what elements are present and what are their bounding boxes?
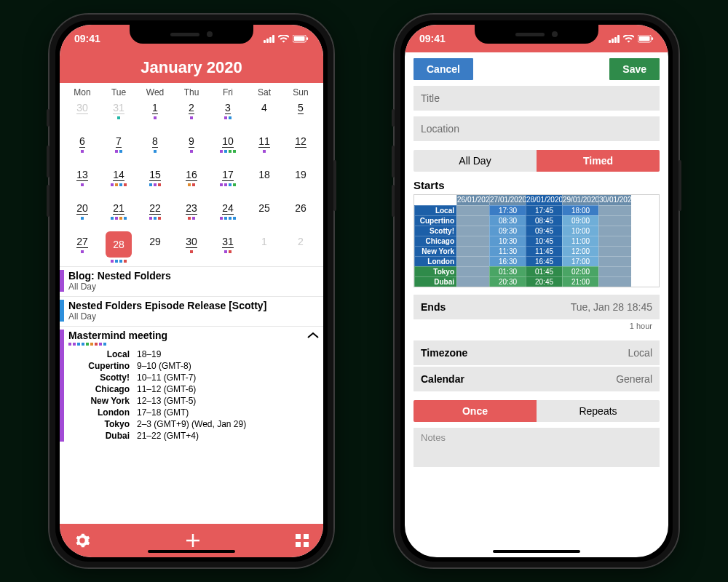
timezone-row[interactable]: Timezone Local: [414, 340, 660, 365]
day-cell[interactable]: 1: [137, 99, 173, 129]
month-grid[interactable]: 3031123456789101112131415161718192021222…: [60, 99, 323, 263]
day-cell[interactable]: 12: [282, 132, 319, 163]
grid-view-icon[interactable]: [296, 534, 309, 547]
add-button[interactable]: [184, 532, 202, 549]
seg-timed[interactable]: Timed: [537, 150, 660, 172]
notes-field[interactable]: Notes: [414, 428, 660, 467]
wifi-icon: [623, 35, 634, 43]
day-cell[interactable]: 25: [246, 199, 282, 230]
duration-label: 1 hour: [414, 319, 660, 330]
event-row[interactable]: Nested Folders Episode Release [Scotty] …: [60, 296, 323, 326]
day-cell[interactable]: 22: [137, 199, 173, 230]
seg-repeats[interactable]: Repeats: [537, 400, 660, 422]
day-cell[interactable]: 30: [64, 99, 100, 129]
day-cell[interactable]: 8: [137, 132, 173, 163]
starts-label: Starts: [414, 179, 660, 191]
day-cell[interactable]: 17: [210, 166, 246, 196]
day-cell[interactable]: 24: [210, 199, 246, 230]
day-cell[interactable]: 27: [64, 233, 100, 263]
calendar-row[interactable]: Calendar General: [414, 367, 660, 391]
day-cell[interactable]: 2: [173, 99, 210, 129]
phone-event-editor: 09:41 Cancel Save Title Location All Day…: [393, 13, 680, 569]
day-cell[interactable]: 9: [173, 132, 210, 163]
status-time: 09:41: [74, 33, 100, 44]
day-cell[interactable]: 16: [173, 166, 210, 196]
day-cell[interactable]: 5: [282, 99, 319, 129]
svg-rect-3: [296, 534, 301, 539]
allday-timed-segment[interactable]: All Day Timed: [414, 150, 660, 172]
seg-allday[interactable]: All Day: [414, 150, 537, 172]
day-cell[interactable]: 1: [246, 233, 282, 263]
svg-rect-2: [306, 37, 308, 40]
svg-rect-1: [294, 36, 305, 40]
timezone-picker-grid[interactable]: 26/01/202027/01/202028/01/202029/01/2020…: [414, 194, 660, 287]
day-cell[interactable]: 19: [282, 166, 319, 196]
day-cell[interactable]: 30: [173, 233, 210, 263]
day-cell[interactable]: 4: [246, 99, 282, 129]
day-cell[interactable]: 6: [64, 132, 100, 163]
signal-icon: [609, 35, 620, 43]
settings-icon[interactable]: [74, 533, 90, 549]
event-expanded[interactable]: Mastermind meeting Local18–19Cupertino9–…: [60, 326, 323, 446]
day-cell[interactable]: 31: [100, 99, 137, 129]
cancel-button[interactable]: Cancel: [414, 58, 473, 80]
day-cell[interactable]: 10: [210, 132, 246, 163]
day-cell[interactable]: 31: [210, 233, 246, 263]
status-time: 09:41: [419, 33, 446, 44]
day-cell[interactable]: 26: [282, 199, 319, 230]
weekday-row: MonTueWedThuFriSatSun: [60, 83, 323, 99]
svg-rect-5: [296, 542, 301, 547]
day-cell[interactable]: 20: [64, 199, 100, 230]
day-cell[interactable]: 3: [210, 99, 246, 129]
day-cell[interactable]: 13: [64, 166, 100, 196]
save-button[interactable]: Save: [609, 58, 660, 80]
repeat-segment[interactable]: Once Repeats: [414, 400, 660, 422]
day-cell[interactable]: 28: [100, 233, 137, 263]
day-cell[interactable]: 18: [246, 166, 282, 196]
svg-rect-9: [652, 37, 653, 40]
svg-rect-4: [304, 534, 309, 539]
day-cell[interactable]: 15: [137, 166, 173, 196]
battery-icon: [293, 35, 309, 43]
signal-icon: [264, 35, 274, 43]
svg-rect-6: [304, 542, 309, 547]
day-cell[interactable]: 14: [100, 166, 137, 196]
day-cell[interactable]: 2: [282, 233, 319, 263]
battery-icon: [638, 35, 654, 43]
day-cell[interactable]: 7: [100, 132, 137, 163]
day-cell[interactable]: 23: [173, 199, 210, 230]
day-cell[interactable]: 21: [100, 199, 137, 230]
svg-rect-8: [639, 36, 650, 40]
event-row[interactable]: Blog: Nested Folders All Day: [60, 266, 323, 296]
chevron-up-icon[interactable]: [307, 332, 319, 339]
location-field[interactable]: Location: [414, 116, 660, 141]
phone-calendar: 09:41 January 2020 MonTueWedThuFriSatSun…: [48, 13, 335, 569]
ends-row[interactable]: Ends Tue, Jan 28 18:45: [414, 295, 660, 319]
day-cell[interactable]: 11: [246, 132, 282, 163]
month-title[interactable]: January 2020: [60, 52, 323, 83]
seg-once[interactable]: Once: [414, 400, 537, 422]
wifi-icon: [278, 35, 289, 43]
day-cell[interactable]: 29: [137, 233, 173, 263]
title-field[interactable]: Title: [414, 86, 660, 111]
